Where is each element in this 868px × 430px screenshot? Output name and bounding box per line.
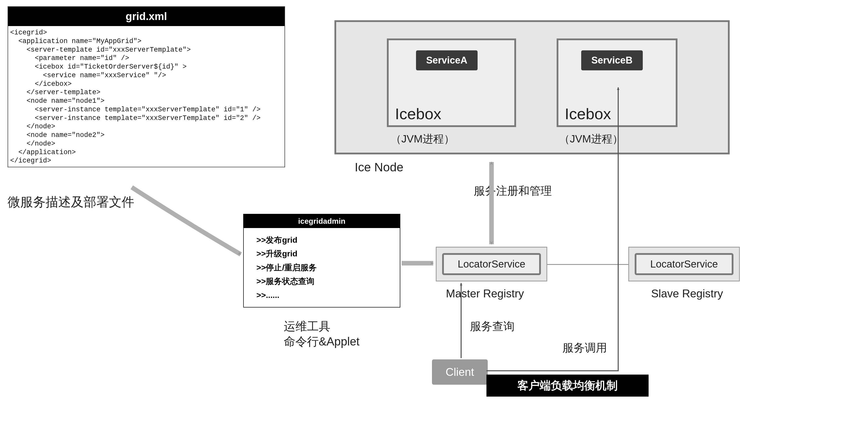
slave-registry-label: Slave Registry [651, 287, 723, 300]
admin-caption-line2: 命令行&Applet [284, 334, 360, 349]
admin-item: >>...... [256, 288, 387, 302]
master-registry-panel: LocatorService [436, 247, 547, 282]
annotation-query: 服务查询 [470, 319, 515, 334]
admin-caption: 运维工具 命令行&Applet [284, 319, 360, 349]
icegridadmin-body: >>发布grid >>升级grid >>停止/重启服务 >>服务状态查询 >>.… [244, 228, 400, 307]
grid-xml-panel: grid.xml <icegrid> <application name="My… [8, 6, 285, 167]
grid-xml-title: grid.xml [8, 7, 284, 26]
master-registry-label: Master Registry [446, 287, 524, 300]
icebox-1: ServiceA Icebox [387, 38, 516, 127]
slave-registry-panel: LocatorService [628, 247, 740, 282]
jvm-label-2: （JVM进程） [559, 132, 623, 146]
admin-caption-line1: 运维工具 [284, 319, 360, 334]
annotation-invoke: 服务调用 [562, 340, 607, 355]
admin-item: >>停止/重启服务 [256, 261, 387, 274]
jvm-label-1: （JVM进程） [391, 132, 455, 146]
service-a-box: ServiceA [416, 51, 477, 70]
icegridadmin-title: icegridadmin [244, 214, 400, 228]
service-b-box: ServiceB [581, 51, 643, 70]
icebox2-title: Icebox [565, 105, 611, 123]
annotation-register: 服务注册和管理 [474, 184, 552, 198]
admin-item: >>发布grid [256, 233, 387, 247]
admin-item: >>升级grid [256, 247, 387, 260]
locator-service-master: LocatorService [442, 253, 541, 275]
icebox1-title: Icebox [395, 105, 441, 123]
icebox-2: ServiceB Icebox [557, 38, 678, 127]
admin-item: >>服务状态查询 [256, 274, 387, 288]
grid-xml-code: <icegrid> <application name="MyAppGrid">… [8, 26, 284, 167]
ice-node-container: ServiceA Icebox （JVM进程） ServiceB Icebox … [335, 20, 730, 154]
icegridadmin-panel: icegridadmin >>发布grid >>升级grid >>停止/重启服务… [243, 214, 400, 307]
client-box: Client [432, 359, 488, 385]
arrow-gridxml-to-admin [132, 187, 241, 254]
client-load-balance-bar: 客户端负载均衡机制 [487, 374, 649, 397]
locator-service-slave: LocatorService [635, 253, 734, 275]
ice-node-label: Ice Node [355, 160, 403, 174]
microservice-file-label: 微服务描述及部署文件 [8, 194, 134, 210]
